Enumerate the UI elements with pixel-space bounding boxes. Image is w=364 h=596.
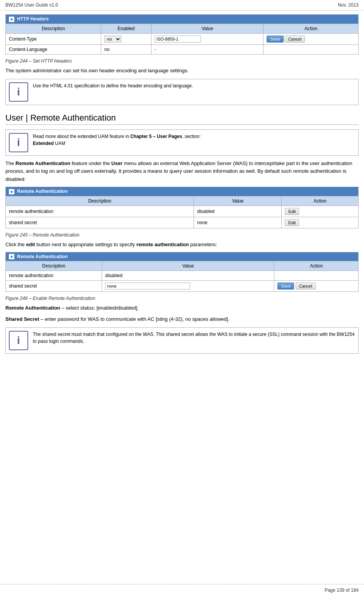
table-row: Content-Language no -	[6, 44, 359, 54]
bold-shared-secret: Shared Secret	[5, 316, 39, 322]
doc-title: BW1254 User Guide v1.0	[5, 2, 58, 8]
t3-col-description: Description	[6, 261, 102, 271]
bold-remote-auth3: Remote Authentication	[5, 305, 60, 311]
table3-header-row: Description Value Action	[6, 261, 359, 271]
bold-remote-auth: Remote Authentication	[15, 160, 70, 166]
t3-row2-actions: Save Cancel	[274, 281, 359, 292]
body-para1: The Remote Authentication feature under …	[5, 160, 359, 184]
save-button-2[interactable]: Save	[277, 283, 294, 289]
t3-row1-desc: remote authentication	[6, 271, 102, 281]
table2-header-row: Description Value Action	[6, 196, 359, 206]
row2-description: Content-Language	[6, 44, 101, 54]
body-para4: Shared Secret – enter password for WAS t…	[5, 315, 359, 324]
table2-title: ■ Remote Authentication	[6, 187, 359, 196]
info-icon-2: i	[9, 133, 28, 152]
t3-row1-val: disabled	[102, 271, 274, 281]
shared-secret-input[interactable]	[105, 283, 190, 289]
doc-date: Nov. 2013	[338, 2, 359, 8]
value-input[interactable]	[155, 36, 201, 43]
bold-remote-auth2: remote authentication	[136, 242, 189, 247]
page-footer: Page 139 of 184	[0, 584, 364, 596]
row2-enabled: no	[101, 44, 151, 54]
section-heading: User | Remote Authentication	[5, 113, 359, 125]
table3-title: ■ Remote Authentication	[6, 252, 359, 261]
table-row: remote authentication disabled Edit	[6, 206, 359, 217]
info2-prefix: Read more about the extended UAM feature…	[33, 134, 130, 139]
col-description: Description	[6, 24, 101, 33]
table-row: shared secret Save Cancel	[6, 281, 359, 292]
table-row: remote authentication disabled	[6, 271, 359, 281]
t3-row2-val	[102, 281, 274, 292]
t2-col-description: Description	[6, 196, 194, 206]
edit-button-1[interactable]: Edit	[285, 208, 299, 215]
bold-edit: edit	[26, 242, 35, 247]
table-title: ■ HTTP Headers	[6, 15, 359, 24]
info-text-1: Use the HTML 4.01 specification to defin…	[33, 82, 355, 102]
main-content: ■ HTTP Headers Description Enabled Value…	[0, 10, 364, 381]
figure245-caption: Figure 245 – Remote Authentication	[5, 232, 359, 238]
body-para3: Remote Authentication – select status: […	[5, 304, 359, 312]
info-box-1: i Use the HTML 4.01 specification to def…	[5, 79, 359, 105]
body-para3-text: – select status: [enabled/disabled].	[60, 305, 139, 311]
enabled-select[interactable]: no yes	[104, 36, 121, 43]
table2-title-icon: ■	[9, 189, 14, 194]
body-para2: Click the edit button next to appropriat…	[5, 241, 359, 249]
edit-button-2[interactable]: Edit	[285, 219, 299, 226]
row1-value	[151, 33, 264, 44]
t2-row2-val: none	[194, 217, 282, 228]
info2-bold1: Chapter 5 – User Pages	[130, 134, 182, 139]
table-row: shared secret none Edit	[6, 217, 359, 228]
page-number: Page 139 of 184	[325, 587, 359, 593]
page-header: BW1254 User Guide v1.0 Nov. 2013	[0, 0, 364, 10]
body-para4-text: – enter password for WAS to communicate …	[39, 316, 229, 322]
row1-enabled: no yes	[101, 33, 151, 44]
http-headers-table: ■ HTTP Headers Description Enabled Value…	[5, 14, 359, 54]
row2-actions	[264, 44, 359, 54]
cancel-button-2[interactable]: Cancel	[296, 283, 316, 289]
t2-row2-action: Edit	[282, 217, 359, 228]
save-button[interactable]: Save	[267, 36, 283, 43]
table-row: Content-Type no yes Save Cancel	[6, 33, 359, 44]
info-text-2: Read more about the extended UAM feature…	[33, 133, 355, 152]
t3-col-value: Value	[102, 261, 274, 271]
row1-actions: Save Cancel	[264, 33, 359, 44]
t2-row1-val: disabled	[194, 206, 282, 217]
t3-row1-actions	[274, 271, 359, 281]
t2-row2-desc: shared secret	[6, 217, 194, 228]
t2-col-action: Action	[282, 196, 359, 206]
table-header-row: Description Enabled Value Action	[6, 24, 359, 33]
table3-title-row: ■ Remote Authentication	[6, 252, 359, 261]
table-title-row: ■ HTTP Headers	[6, 15, 359, 24]
table-title-icon: ■	[9, 17, 14, 22]
row1-description: Content-Type	[6, 33, 101, 44]
info-box-3: i The shared secret must match that conf…	[5, 327, 359, 354]
cancel-button[interactable]: Cancel	[285, 36, 305, 43]
info2-end: UAM	[54, 141, 65, 146]
t3-row2-desc: shared secret	[6, 281, 102, 292]
t3-col-action: Action	[274, 261, 359, 271]
info-text-3: The shared secret must match that config…	[33, 331, 355, 350]
t2-row1-desc: remote authentication	[6, 206, 194, 217]
info-box-2: i Read more about the extended UAM featu…	[5, 129, 359, 156]
remote-auth-table-2: ■ Remote Authentication Description Valu…	[5, 252, 359, 292]
col-enabled: Enabled	[101, 24, 151, 33]
bold-user: User	[111, 160, 122, 166]
table2-title-row: ■ Remote Authentication	[6, 187, 359, 196]
info-icon-3: i	[9, 331, 28, 350]
body-text-http: The system administrator can set his own…	[5, 67, 359, 75]
t2-col-value: Value	[194, 196, 282, 206]
col-value: Value	[151, 24, 264, 33]
info2-bold2: Extended	[33, 141, 54, 146]
col-action: Action	[264, 24, 359, 33]
remote-auth-table-1: ■ Remote Authentication Description Valu…	[5, 187, 359, 228]
table3-title-icon: ■	[9, 254, 14, 259]
info-icon-1: i	[9, 82, 28, 102]
info2-suffix: , section:	[182, 134, 201, 139]
t2-row1-action: Edit	[282, 206, 359, 217]
figure244-caption: Figure 244 – Set HTTP Headers	[5, 58, 359, 64]
figure246-caption: Figure 246 – Enable Remote Authenticatio…	[5, 296, 359, 301]
row2-value: -	[151, 44, 264, 54]
